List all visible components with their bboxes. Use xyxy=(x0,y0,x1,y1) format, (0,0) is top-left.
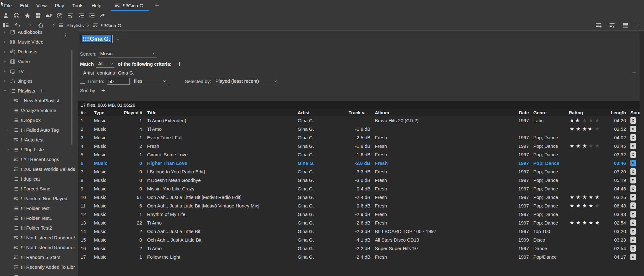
col-header-played[interactable]: Played # xyxy=(124,109,146,116)
menu-edit[interactable]: Edit xyxy=(20,3,28,8)
playlist-send-icon[interactable] xyxy=(78,12,84,19)
remove-criteria-button[interactable] xyxy=(632,70,636,75)
track-row-11[interactable]: 11Music6Ooh Aah...Just a Little Bit [Mot… xyxy=(78,201,644,210)
expand-arrow-icon[interactable] xyxy=(6,148,11,151)
track-row-15[interactable]: 15Music0Och Aah... Just A Little BitGina… xyxy=(78,236,644,244)
menu-view[interactable]: View xyxy=(36,3,46,8)
sidebar-item-playlists[interactable]: Playlists xyxy=(0,86,75,96)
favorites-icon[interactable] xyxy=(24,12,31,19)
rating-stars[interactable]: ★★★★★ xyxy=(569,142,600,150)
col-header-artist[interactable]: Artist xyxy=(296,109,349,116)
sidebar-item-recent-songs[interactable]: ! # ! Recent songs xyxy=(0,154,75,164)
expand-arrow-icon[interactable] xyxy=(3,31,8,34)
sidebar-item-random-non-played[interactable]: ! Random Non Played xyxy=(0,194,75,203)
col-header-type[interactable]: Type xyxy=(92,109,124,116)
criteria-row[interactable]: Artist contains Gina G. xyxy=(78,69,644,76)
search-type-dropdown[interactable]: Music xyxy=(98,50,157,57)
expand-arrow-icon[interactable] xyxy=(3,50,8,53)
track-row-16[interactable]: 16Music2Ti AmoGina G.-2.2 dBSuper Super … xyxy=(78,244,644,253)
breadcrumb-current[interactable]: !!!!Gina G. xyxy=(93,22,122,28)
sidebar-item-top-liste[interactable]: ! !Top Liste xyxy=(0,145,75,154)
sidebar-item-forced-sync[interactable]: ! Forced Sync xyxy=(0,184,75,194)
collapse-editor-chevron[interactable] xyxy=(116,38,121,41)
rating-stars[interactable]: ★★★★★★ xyxy=(569,116,600,125)
playlist-jump-icon[interactable] xyxy=(67,12,74,19)
sidebar-item-new-autoplaylist[interactable]: - New AutoPlaylist - xyxy=(0,96,75,105)
track-row-3[interactable]: 3Music1Every Time I FallGina G.-2.5 dBFr… xyxy=(78,133,644,142)
toggle-sidebar-icon[interactable] xyxy=(3,22,9,28)
add-playlist-button[interactable] xyxy=(40,89,44,93)
col-header-date[interactable]: Date xyxy=(513,109,529,116)
rating-stars[interactable]: ★★★★★★ xyxy=(569,125,600,133)
col-header-album[interactable]: Album xyxy=(372,109,513,116)
track-row-7[interactable]: 7Music0I Belong to You [Radio Edit]Gina … xyxy=(78,167,644,176)
sidebar-scrollbar-thumb[interactable] xyxy=(71,50,72,145)
sidebar-item-duplicat[interactable]: ! duplicat xyxy=(0,174,75,184)
sidebar-item-folder-test[interactable]: !!! Folder Test xyxy=(0,203,75,213)
track-row-10[interactable]: 10Music61Ooh Aah...Just a Little Bit [Mo… xyxy=(78,193,644,201)
sidebar-item-recently-added-to-library[interactable]: !!! Recently Added To Library xyxy=(0,262,75,272)
sidebar-item-not-listened-random-50[interactable]: !!! Not Listened Random 50 xyxy=(0,243,75,252)
limit-checkbox[interactable] xyxy=(80,79,85,84)
track-row-13[interactable]: 13Music22Ti AmoGina G.-2.6 dBFresh1997Po… xyxy=(78,219,644,227)
smiley-icon[interactable] xyxy=(13,12,20,19)
rating-stars[interactable]: ★★★★★ xyxy=(569,201,600,210)
limit-unit-dropdown[interactable]: files xyxy=(132,78,167,85)
col-header-length[interactable]: Length xyxy=(606,109,629,116)
new-tab-button[interactable] xyxy=(154,3,160,8)
menu-play[interactable]: Play xyxy=(55,3,64,8)
sidebar-item-folder-test1[interactable]: !!! Folder Test1 xyxy=(0,213,75,223)
track-row-6[interactable]: 6Music0Higher Than LoveGina G.-2.8 dBFre… xyxy=(78,159,644,167)
track-row-12[interactable]: 12Music1Rhythm of My LifeGina G.-2.9 dBF… xyxy=(78,210,644,219)
expand-arrow-icon[interactable] xyxy=(3,80,8,83)
sidebar-menu-icon[interactable] xyxy=(63,32,68,39)
expand-arrow-icon[interactable] xyxy=(3,40,8,44)
match-dropdown[interactable]: All xyxy=(96,60,115,68)
expand-arrow-icon[interactable] xyxy=(3,60,8,63)
view-dropdown-chevron[interactable] xyxy=(635,23,640,27)
back-icon[interactable] xyxy=(14,22,21,28)
sidebar-item-folder-test2[interactable]: !!! Folder Test2 xyxy=(0,223,75,233)
sidebar-item-video[interactable]: Video xyxy=(0,57,75,66)
home-icon[interactable] xyxy=(38,22,44,28)
col-header-num[interactable]: # xyxy=(78,109,92,116)
new-autoplaylist-icon[interactable] xyxy=(609,22,615,28)
track-row-5[interactable]: 5Music1Gimme Some LoveGina G.-1.6 dBFres… xyxy=(78,150,644,159)
track-row-9[interactable]: 9Music0Missin' You Like CrazyGina G.-0.4… xyxy=(78,184,644,193)
limit-count-input[interactable] xyxy=(107,78,130,85)
track-row-1[interactable]: 1Music1Ti Amo (Extended)Gina G.Bravo Hit… xyxy=(78,116,644,125)
tab-gina-g[interactable]: !!!!Gina G. xyxy=(111,0,149,11)
sidebar-item-random-5-stars[interactable]: !!! Random 5 Stars xyxy=(0,252,75,262)
sidebar-item-200-best-worlds-ballads[interactable]: ! 200 Best Worlds Ballads xyxy=(0,164,75,174)
add-sort-button[interactable] xyxy=(101,88,106,93)
sidebar-item-not-listened-random-50[interactable]: !!! Not Listened Random 50 xyxy=(0,233,75,243)
share-icon[interactable] xyxy=(99,12,106,19)
sidebar-item-tv[interactable]: TV xyxy=(0,66,75,76)
sidebar-item-partial[interactable] xyxy=(0,272,75,276)
menu-help[interactable]: Help xyxy=(92,3,102,8)
track-row-8[interactable]: 8Music0It Doesn't Mean GoodbyeGina G.-3.… xyxy=(78,176,644,184)
artist-icon[interactable] xyxy=(3,12,9,19)
expand-arrow-icon[interactable] xyxy=(3,70,8,73)
collapse-arrow-icon[interactable] xyxy=(3,89,8,93)
rating-stars[interactable]: ★★★★★ xyxy=(569,219,600,227)
track-row-2[interactable]: 2Music4Ti AmoGina G.-1.8 dB★★★★★★02:52 xyxy=(78,125,644,133)
track-row-14[interactable]: 14Music2Ooh Aah...Just a Little BitGina … xyxy=(78,227,644,236)
sidebar-item-analyze-volume[interactable]: !Analyze Volume xyxy=(0,105,75,115)
col-header-title[interactable]: Title xyxy=(146,109,296,116)
add-criteria-button[interactable] xyxy=(177,62,182,66)
sidebar-item-auto-test[interactable]: ! !Auto test xyxy=(0,135,75,145)
gift-icon[interactable] xyxy=(35,12,41,19)
playlist-queue-icon[interactable] xyxy=(89,12,95,19)
track-row-4[interactable]: 4Music2FreshGina G.-1.8 dBFresh1997Pop; … xyxy=(78,142,644,150)
breadcrumb-playlists[interactable]: Playlists xyxy=(58,22,84,28)
gauge-icon[interactable] xyxy=(56,12,63,19)
new-playlist-icon[interactable] xyxy=(596,22,602,28)
thumbs-rating-icon[interactable] xyxy=(46,12,52,19)
track-row-17[interactable]: 17Music1Follow the LightGina G.-2.4 dBFr… xyxy=(78,253,644,261)
view-options-icon[interactable] xyxy=(622,22,629,28)
col-header-rating[interactable]: Rating xyxy=(564,109,606,116)
sidebar-item-failed-auto-tag[interactable]: ! ! Failed Auto Tag xyxy=(0,125,75,135)
col-header-genre[interactable]: Genre xyxy=(529,109,564,116)
sidebar-item-dropbox[interactable]: !DropBox xyxy=(0,115,75,125)
